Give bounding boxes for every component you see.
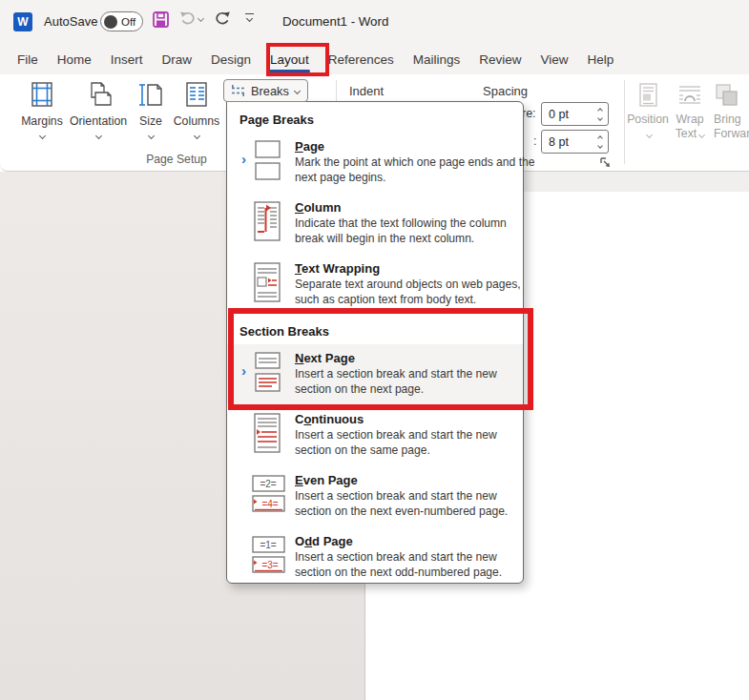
document-title: Document1 - Word bbox=[282, 14, 388, 29]
paragraph-dialog-launcher-button[interactable] bbox=[599, 155, 612, 168]
active-tab-underline bbox=[269, 70, 310, 72]
bring-forward-button-disabled: Bring Forward bbox=[712, 80, 749, 168]
ribbon-tab-bar: File Home Insert Draw Design Layout Refe… bbox=[8, 44, 623, 74]
orientation-button[interactable]: Orientation bbox=[69, 80, 128, 164]
tab-design[interactable]: Design bbox=[201, 44, 260, 74]
even-page-break-icon: =2= =4= bbox=[251, 473, 287, 515]
breaks-button[interactable]: Breaks bbox=[223, 79, 308, 102]
group-divider bbox=[624, 80, 625, 164]
tab-layout[interactable]: Layout bbox=[260, 44, 319, 74]
menu-item-text-wrapping-break[interactable]: Text Wrapping Separate text around objec… bbox=[227, 255, 523, 316]
margins-icon bbox=[28, 80, 56, 109]
orientation-dropdown-chevron-icon bbox=[94, 133, 101, 139]
size-icon bbox=[136, 80, 165, 109]
position-button-disabled: Position bbox=[627, 80, 669, 168]
redo-button[interactable] bbox=[215, 10, 231, 26]
orientation-icon bbox=[84, 80, 113, 109]
tab-home[interactable]: Home bbox=[48, 44, 101, 74]
columns-icon bbox=[182, 80, 211, 109]
continuous-break-icon bbox=[251, 412, 283, 454]
spin-up-icon[interactable] bbox=[597, 135, 603, 141]
autosave-state: Off bbox=[121, 16, 135, 28]
svg-text:=1=: =1= bbox=[260, 540, 276, 550]
page-break-glyph-icon bbox=[231, 84, 245, 97]
undo-icon bbox=[179, 10, 196, 26]
page-setup-group-label: Page Setup bbox=[138, 153, 215, 166]
position-dropdown-chevron-icon bbox=[646, 132, 653, 138]
tab-file[interactable]: File bbox=[8, 44, 48, 74]
svg-text:=4=: =4= bbox=[261, 499, 278, 509]
margins-dropdown-chevron-icon bbox=[38, 133, 45, 139]
wrap-text-dropdown-chevron-icon bbox=[698, 132, 705, 138]
menu-item-next-page-break[interactable]: › Next Page Insert a section break and s… bbox=[227, 344, 523, 405]
next-page-break-icon bbox=[251, 351, 283, 393]
tab-insert[interactable]: Insert bbox=[101, 44, 153, 74]
word-logo-icon: W bbox=[13, 12, 32, 31]
columns-dropdown-chevron-icon bbox=[193, 133, 199, 139]
svg-text:=2=: =2= bbox=[260, 479, 276, 489]
page-break-icon bbox=[251, 139, 283, 181]
wrap-text-icon bbox=[676, 82, 703, 109]
toggle-knob-icon bbox=[104, 15, 117, 29]
spin-up-icon[interactable] bbox=[597, 108, 603, 113]
tab-mailings[interactable]: Mailings bbox=[404, 44, 470, 74]
insertion-marker-icon: › bbox=[241, 363, 246, 378]
tab-help[interactable]: Help bbox=[578, 44, 624, 74]
save-icon bbox=[152, 10, 170, 29]
autosave-label: AutoSave bbox=[44, 14, 97, 29]
word-window: W AutoSave Off bbox=[0, 0, 749, 700]
dialog-launcher-icon bbox=[599, 156, 612, 169]
svg-text:=3=: =3= bbox=[261, 560, 278, 570]
spacing-before-label-fragment: re: bbox=[522, 107, 536, 120]
size-dropdown-chevron-icon bbox=[147, 133, 154, 139]
tab-references[interactable]: References bbox=[319, 44, 404, 74]
columns-button[interactable]: Columns bbox=[172, 80, 221, 164]
overflow-chevron-icon bbox=[245, 13, 254, 21]
odd-page-break-icon: =1= =3= bbox=[251, 534, 287, 576]
undo-dropdown-chevron-icon[interactable] bbox=[198, 14, 204, 21]
undo-button[interactable] bbox=[179, 10, 203, 26]
tab-view[interactable]: View bbox=[531, 44, 577, 74]
page-breaks-header: Page Breaks bbox=[227, 108, 523, 133]
wrap-text-button-disabled: Wrap Text bbox=[670, 80, 710, 168]
menu-item-odd-page-break[interactable]: =1= =3= Odd Page Insert a section break … bbox=[227, 527, 523, 577]
size-button[interactable]: Size bbox=[132, 80, 170, 164]
title-bar: W AutoSave Off bbox=[0, 0, 749, 44]
menu-item-continuous-break[interactable]: Continuous Insert a section break and st… bbox=[227, 405, 523, 466]
redo-icon bbox=[215, 10, 231, 26]
margins-button[interactable]: Margins bbox=[17, 80, 67, 164]
tab-review[interactable]: Review bbox=[469, 44, 531, 74]
column-break-icon bbox=[251, 200, 283, 242]
spacing-label: Spacing bbox=[483, 84, 528, 98]
spacing-before-spinner[interactable]: 0 pt bbox=[541, 102, 609, 126]
breaks-dropdown-menu: Page Breaks › Page Mark the point at whi… bbox=[226, 101, 524, 584]
title-and-tab-bar: W AutoSave Off bbox=[0, 0, 749, 74]
spacing-after-spinner[interactable]: 8 pt bbox=[541, 130, 609, 154]
spin-down-icon[interactable] bbox=[597, 143, 603, 149]
autosave-toggle[interactable]: Off bbox=[100, 11, 143, 31]
menu-item-column-break[interactable]: Column Indicate that the text following … bbox=[227, 194, 523, 255]
tab-draw[interactable]: Draw bbox=[153, 44, 202, 74]
quick-access-overflow-button[interactable] bbox=[245, 13, 254, 21]
spin-down-icon[interactable] bbox=[597, 115, 603, 121]
text-wrapping-break-icon bbox=[251, 261, 283, 303]
bring-forward-icon bbox=[714, 82, 740, 109]
menu-item-even-page-break[interactable]: =2= =4= Even Page Insert a section break… bbox=[227, 466, 523, 527]
section-breaks-header: Section Breaks bbox=[227, 316, 523, 344]
indent-label: Indent bbox=[349, 84, 384, 98]
save-button[interactable] bbox=[152, 10, 170, 29]
breaks-dropdown-chevron-icon bbox=[294, 87, 301, 93]
position-icon bbox=[635, 82, 661, 109]
insertion-marker-icon: › bbox=[241, 152, 246, 166]
menu-item-page-break[interactable]: › Page Mark the point at which one page … bbox=[227, 133, 523, 194]
